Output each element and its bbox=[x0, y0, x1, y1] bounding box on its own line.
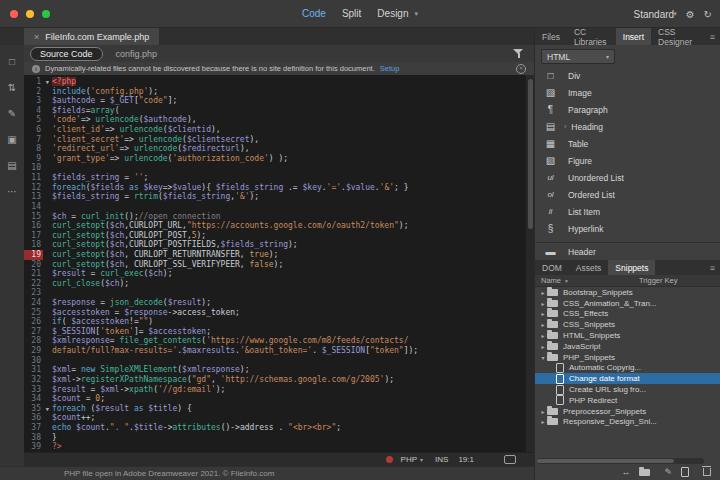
code-line[interactable]: 32$xml->registerXPathNamespace("gd", 'ht… bbox=[24, 375, 534, 385]
insert-item-ordered-list[interactable]: olOrdered List bbox=[535, 186, 720, 203]
chevron-down-icon[interactable]: ▾ bbox=[673, 10, 677, 18]
tree-row[interactable]: ▸JavaScript bbox=[535, 341, 720, 352]
format-source-icon[interactable]: ▤ bbox=[7, 161, 16, 171]
filter-icon[interactable] bbox=[513, 48, 524, 59]
code-line[interactable]: 1▼<?php bbox=[24, 77, 534, 87]
code-line[interactable]: 16curl_setopt($ch,CURLOPT_URL,"https://a… bbox=[24, 221, 534, 231]
snippets-hscrollbar[interactable] bbox=[537, 458, 704, 464]
code-line[interactable]: 27$_SESSION['token']= $accesstoken; bbox=[24, 327, 534, 337]
realtime-preview-icon[interactable] bbox=[504, 455, 516, 464]
tab-files[interactable]: Files bbox=[535, 28, 567, 45]
zoom-window-icon[interactable] bbox=[42, 10, 50, 18]
panel-menu-icon[interactable]: ≡ bbox=[705, 28, 720, 45]
source-code-button[interactable]: Source Code bbox=[30, 47, 103, 61]
code-line[interactable]: 8'redirect_url'=> urlencode($redirecturl… bbox=[24, 144, 534, 154]
tab-design[interactable]: Design bbox=[377, 8, 408, 19]
chevron-down-icon[interactable]: ▾ bbox=[420, 456, 423, 463]
chevron-right-icon[interactable]: › bbox=[564, 123, 566, 130]
insert-item-heading[interactable]: ▤›Heading bbox=[535, 118, 720, 135]
column-trigger-key[interactable]: Trigger Key bbox=[639, 276, 678, 285]
code-line[interactable]: 9'grant_type'=> urlencode('authorization… bbox=[24, 154, 534, 164]
insert-item-div[interactable]: □Div bbox=[535, 67, 720, 84]
workspace-selector[interactable]: Standard bbox=[634, 9, 675, 20]
code-line[interactable]: 18curl_setopt($ch,CURLOPT_POSTFIELDS,$fi… bbox=[24, 240, 534, 250]
minimize-window-icon[interactable] bbox=[26, 10, 34, 18]
close-window-icon[interactable] bbox=[10, 10, 18, 18]
code-editor[interactable]: 1▼<?php2include('config.php');3$authcode… bbox=[24, 75, 534, 452]
code-line[interactable]: 23 bbox=[24, 288, 534, 298]
lint-error-icon[interactable] bbox=[386, 456, 393, 463]
language-selector[interactable]: PHP bbox=[401, 455, 417, 464]
tree-row[interactable]: ▸HTML_Snippets bbox=[535, 330, 720, 341]
chevron-right-icon[interactable]: ▸ bbox=[539, 343, 547, 350]
tab-code[interactable]: Code bbox=[302, 8, 326, 19]
fold-arrow-icon[interactable]: ▼ bbox=[43, 77, 52, 87]
insert-item-header[interactable]: ▬Header bbox=[535, 242, 720, 260]
code-line[interactable]: 20curl_setopt($ch, CURLOPT_SSL_VERIFYPEE… bbox=[24, 260, 534, 270]
insert-item-list-item[interactable]: liList Item bbox=[535, 203, 720, 220]
tab-snippets[interactable]: Snippets bbox=[608, 260, 655, 275]
code-line[interactable]: 28$xmlresponse= file_get_contents('https… bbox=[24, 336, 534, 346]
code-line[interactable]: 24$response = json_decode($result); bbox=[24, 298, 534, 308]
code-line[interactable]: 11$fields_string = ''; bbox=[24, 173, 534, 183]
chevron-right-icon[interactable]: ▸ bbox=[539, 408, 547, 415]
new-folder-icon[interactable] bbox=[639, 469, 650, 476]
tab-cc-libraries[interactable]: CC Libraries bbox=[567, 28, 616, 45]
open-documents-icon[interactable]: □ bbox=[9, 57, 15, 67]
tab-assets[interactable]: Assets bbox=[569, 260, 609, 275]
code-line[interactable]: 36$count++; bbox=[24, 413, 534, 423]
tab-dom[interactable]: DOM bbox=[535, 260, 569, 275]
tree-row[interactable]: ▸CSS_Snippets bbox=[535, 319, 720, 330]
tree-row[interactable]: ▸Preprocessor_Snippets bbox=[535, 406, 720, 417]
edit-icon[interactable]: ✎ bbox=[8, 109, 16, 119]
close-tab-icon[interactable]: × bbox=[34, 32, 39, 42]
tab-split[interactable]: Split bbox=[342, 8, 361, 19]
code-line[interactable]: 22curl_close($ch); bbox=[24, 279, 534, 289]
code-line[interactable]: 14 bbox=[24, 202, 534, 212]
chevron-right-icon[interactable]: ▸ bbox=[539, 418, 547, 425]
code-line[interactable]: 37echo $count.". ".$title->attributes()-… bbox=[24, 423, 534, 433]
chevron-right-icon[interactable]: ▸ bbox=[539, 300, 547, 307]
code-line[interactable]: 12foreach($fields as $key=>$value){ $fie… bbox=[24, 183, 534, 193]
editor-scrollbar[interactable] bbox=[526, 75, 534, 452]
column-name[interactable]: Name ▼ bbox=[541, 276, 639, 285]
code-line[interactable]: 10 bbox=[24, 163, 534, 173]
insert-item-image[interactable]: ▨Image bbox=[535, 84, 720, 101]
insert-category-dropdown[interactable]: HTML ▾ bbox=[541, 49, 615, 64]
more-options-icon[interactable]: ⋯ bbox=[7, 187, 17, 197]
panel-menu-icon[interactable]: ≡ bbox=[705, 260, 720, 275]
chevron-right-icon[interactable]: ▸ bbox=[539, 310, 547, 317]
hscrollbar-thumb[interactable] bbox=[537, 459, 674, 463]
sync-icon[interactable]: ↻ bbox=[704, 9, 712, 20]
code-line[interactable]: 34$count = 0; bbox=[24, 394, 534, 404]
chevron-right-icon[interactable]: ▸ bbox=[539, 321, 547, 328]
code-line[interactable]: 21$result = curl_exec($ch); bbox=[24, 269, 534, 279]
tree-row[interactable]: PHP Redirect bbox=[535, 395, 720, 406]
code-line[interactable]: 35▼foreach ($result as $title) { bbox=[24, 404, 534, 414]
code-line[interactable]: 7'client_secret'=> urlencode($clientsecr… bbox=[24, 135, 534, 145]
code-line[interactable]: 39?> bbox=[24, 442, 534, 452]
code-line[interactable]: 3$authcode = $_GET["code"]; bbox=[24, 96, 534, 106]
document-tab[interactable]: × FileInfo.com Example.php bbox=[24, 28, 159, 45]
tree-row[interactable]: ▸CSS_Animation_&_Tran... bbox=[535, 298, 720, 309]
code-line[interactable]: 5'code'=> urlencode($authcode), bbox=[24, 115, 534, 125]
new-snippet-icon[interactable] bbox=[681, 467, 689, 477]
code-line[interactable]: 26if( $accesstoken!="") bbox=[24, 317, 534, 327]
tab-insert[interactable]: Insert bbox=[616, 28, 651, 45]
insert-item-table[interactable]: ▦Table bbox=[535, 135, 720, 152]
tree-row[interactable]: ▾PHP_Snippets bbox=[535, 352, 720, 363]
chevron-right-icon[interactable]: ▸ bbox=[539, 332, 547, 339]
code-line[interactable]: 38} bbox=[24, 433, 534, 443]
tab-css-designer[interactable]: CSS Designer bbox=[651, 28, 705, 45]
edit-snippet-icon[interactable]: ✎ bbox=[664, 468, 672, 477]
tree-row[interactable]: ▸Bootstrap_Snippets bbox=[535, 287, 720, 298]
code-line[interactable]: 6'client_id'=> urlencode($clientid), bbox=[24, 125, 534, 135]
chevron-down-icon[interactable]: ▾ bbox=[414, 10, 418, 18]
code-line[interactable]: 33$result = $xml->xpath('//gd:email'); bbox=[24, 385, 534, 395]
insert-item-unordered-list[interactable]: ulUnordered List bbox=[535, 169, 720, 186]
code-line[interactable]: 15$ch = curl_init();//open connection bbox=[24, 212, 534, 222]
code-line[interactable]: 13$fields_string = rtrim($fields_string,… bbox=[24, 192, 534, 202]
code-line[interactable]: 2include('config.php'); bbox=[24, 87, 534, 97]
code-line[interactable]: 4$fields=array( bbox=[24, 106, 534, 116]
code-line[interactable]: 31$xml= new SimpleXMLElement($xmlrespons… bbox=[24, 365, 534, 375]
